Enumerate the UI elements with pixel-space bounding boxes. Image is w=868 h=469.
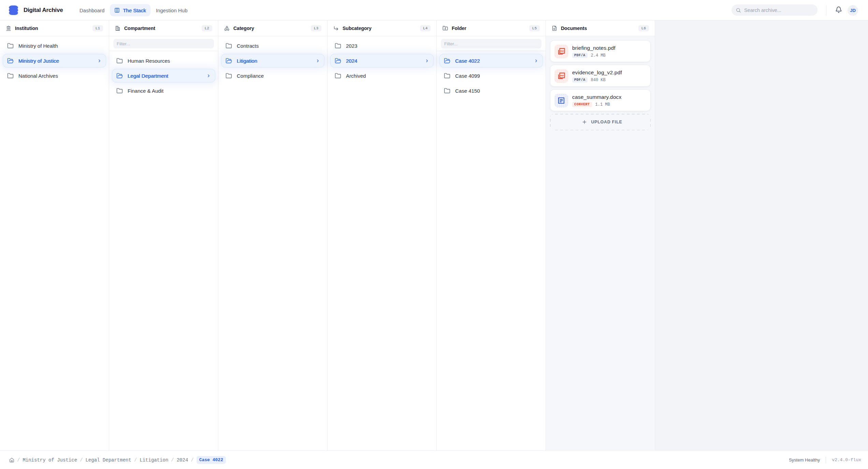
svg-text:PDF: PDF xyxy=(560,75,564,77)
svg-text:PDF: PDF xyxy=(560,50,564,52)
